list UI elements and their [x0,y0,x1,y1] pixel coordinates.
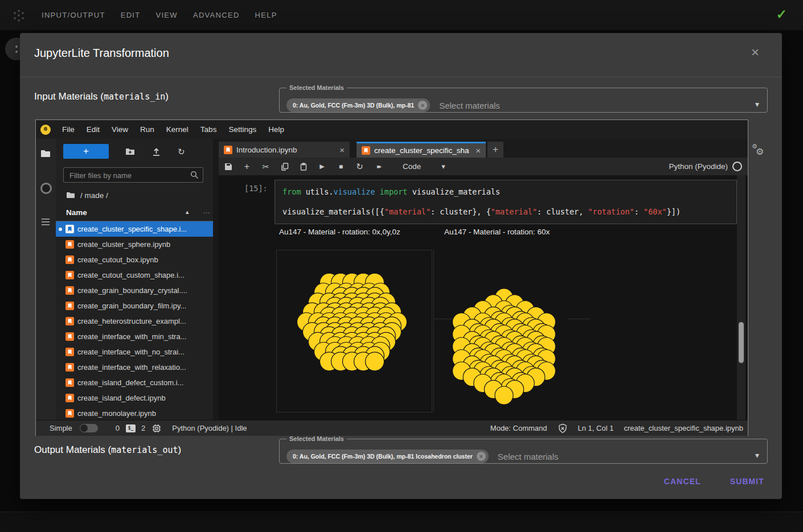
file-item[interactable]: create_interface_with_no_strai... [56,344,213,360]
cancel-button[interactable]: CANCEL [663,473,702,489]
file-item[interactable]: create_monolayer.ipynb [56,406,213,420]
file-filter-input[interactable] [68,168,185,183]
input-materials-select[interactable]: Selected Materials 0: Au, Gold, FCC (Fm-… [279,84,768,113]
output-materials-heading: Output Materials (materials_out) [34,444,181,456]
chip-remove-icon[interactable]: × [477,452,486,461]
jupyter-menu-run[interactable]: Run [140,125,154,134]
cursor-position: Ln 1, Col 1 [578,424,614,432]
running-kernels-icon[interactable] [40,183,51,193]
simple-mode-label: Simple [50,424,72,432]
copy-cells-icon[interactable] [275,162,294,171]
file-item[interactable]: create_interface_with_min_stra... [56,329,213,344]
submit-button[interactable]: SUBMIT [729,473,765,489]
jupyter-status-bar: Simple 0 $_ 2 Python (Pyodide) | Idle Mo… [36,420,748,436]
notebook-file-icon [65,348,74,356]
input-materials-heading: Input Materials (materials_in) [34,91,169,102]
page-footer [0,512,803,532]
restart-run-all-icon[interactable]: ▸▸ [369,163,388,170]
appbar-menu-input-output[interactable]: INPUT/OUTPUT [42,11,105,19]
file-item[interactable]: create_cluster_specific_shape.i... [56,221,213,237]
app-menu: INPUT/OUTPUTEDITVIEWADVANCEDHELP [42,11,277,19]
save-icon[interactable] [219,162,237,171]
file-item[interactable]: create_grain_boundary_crystal.... [56,283,213,298]
trust-shield-icon [558,423,568,434]
output-materials-select[interactable]: Selected Materials 0: Au, Gold, FCC (Fm-… [279,435,768,464]
appbar-menu-advanced[interactable]: ADVANCED [193,11,240,19]
output-material-chip[interactable]: 0: Au, Gold, FCC (Fm-3m) 3D (Bulk), mp-8… [286,449,489,463]
accept-check-button[interactable]: ✓ [776,7,787,22]
appbar-menu-view[interactable]: VIEW [155,11,177,19]
cell-type-dropdown[interactable]: Code [403,162,421,171]
simple-mode-toggle[interactable] [80,424,98,432]
terminal-count: 0 [116,424,120,432]
restart-kernel-icon[interactable]: ↻ [350,162,369,172]
input-select-placeholder[interactable]: Select materials [439,101,500,110]
file-item[interactable]: create_cluster_sphere.ipynb [56,237,213,252]
name-column-header[interactable]: Name ▴ … [56,205,213,221]
jupyter-menu-kernel[interactable]: Kernel [166,125,189,134]
chevron-down-icon[interactable]: ▾ [441,162,445,171]
notebook-file-icon [65,255,74,264]
dialog-header: JupyterLite Transformation × [20,33,782,77]
jupyter-menu-help[interactable]: Help [268,125,284,134]
search-icon [190,171,199,179]
notebook-panel: Introduction.ipynb × create_cluster_spec… [219,139,748,420]
notebook-file-icon [65,225,74,233]
paste-cells-icon[interactable] [294,162,313,171]
tab-introduction[interactable]: Introduction.ipynb × [219,142,350,158]
table-of-contents-icon[interactable] [40,217,51,227]
new-folder-icon[interactable] [125,147,135,156]
notebook-file-icon [65,271,74,279]
more-icon[interactable]: … [203,207,210,215]
jupyter-menu-tabs[interactable]: Tabs [200,125,217,134]
file-item[interactable]: create_island_defect.ipynb [56,390,213,406]
kernel-status-icon [732,162,742,171]
file-item[interactable]: create_island_defect_custom.i... [56,375,213,390]
input-material-chip[interactable]: 0: Au, Gold, FCC (Fm-3m) 3D (Bulk), mp-8… [286,98,430,112]
close-icon[interactable]: × [751,46,759,59]
file-item[interactable]: create_interface_with_relaxatio... [56,360,213,375]
dialog-title: JupyterLite Transformation [34,47,169,60]
jupyterlite-frame: FileEditViewRunKernelTabsSettingsHelp [35,119,748,436]
jupyter-menu-file[interactable]: File [62,125,75,134]
kernel-chip-icon [152,424,161,433]
breadcrumb[interactable]: / made / [66,191,108,200]
file-item[interactable]: create_heterostructure_exampl... [56,314,213,329]
settings-gears-icon[interactable]: ⚙⚙ [752,144,769,160]
output-field-label: Selected Materials [286,435,347,442]
appbar-menu-help[interactable]: HELP [255,11,277,19]
file-browser: + ↻ [56,139,213,420]
kernel-name[interactable]: Python (Pyodide) [669,162,728,171]
refresh-icon[interactable]: ↻ [178,147,187,156]
scrollbar-thumb[interactable] [739,322,744,363]
notebook-file-icon [65,363,74,372]
cut-cells-icon[interactable]: ✂ [256,162,275,171]
chip-remove-icon[interactable]: × [418,101,427,110]
file-browser-icon[interactable] [40,149,51,159]
new-launcher-button[interactable]: + [63,144,109,159]
appbar-menu-edit[interactable]: EDIT [121,11,141,19]
tab-create-cluster-specific-shape[interactable]: create_cluster_specific_sha × [357,142,486,158]
new-tab-icon[interactable]: + [487,142,503,158]
chevron-down-icon[interactable]: ▾ [755,100,759,109]
close-tab-icon[interactable]: × [476,146,481,155]
upload-icon[interactable] [151,147,161,156]
chevron-down-icon[interactable]: ▾ [755,451,759,460]
jupyter-menu-edit[interactable]: Edit [87,125,100,134]
notebook-content: [15]: from utils.visualize import visual… [219,175,748,420]
jupyterlite-transformation-dialog: JupyterLite Transformation × Input Mater… [20,33,782,499]
terminal-icon: $_ [126,424,136,432]
jupyterlite-logo-icon [40,125,51,135]
app-logo-icon [11,8,26,23]
file-item[interactable]: create_grain_boundary_film.ipy... [56,298,213,314]
run-cell-icon[interactable]: ▶ [313,163,331,170]
jupyter-menu-settings[interactable]: Settings [228,125,256,134]
jupyter-menu-view[interactable]: View [112,125,128,134]
file-item[interactable]: create_cutout_custom_shape.i... [56,267,213,283]
add-cell-icon[interactable]: + [237,162,256,172]
stop-kernel-icon[interactable]: ■ [331,163,350,171]
output-select-placeholder[interactable]: Select materials [498,452,559,461]
close-tab-icon[interactable]: × [339,145,345,155]
file-item[interactable]: create_cutout_box.ipynb [56,252,213,267]
sidebar-resize-handle[interactable] [213,139,219,420]
